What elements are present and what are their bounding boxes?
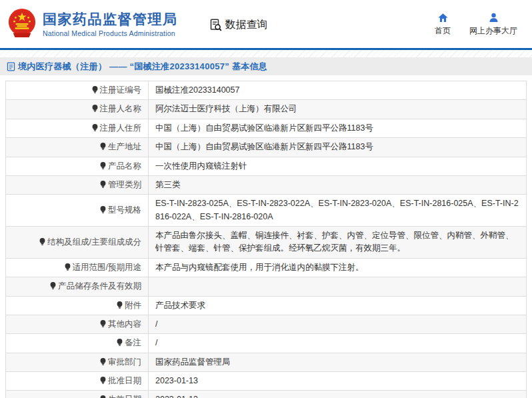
row-label: 注册人名称 bbox=[6, 100, 149, 119]
row-label-text: 注册证编号 bbox=[100, 85, 142, 95]
breadcrumb-text: 境内医疗器械（注册） —— “国械注准20233140057” 基本信息 bbox=[18, 61, 267, 73]
note-icon bbox=[99, 395, 107, 398]
note-icon bbox=[99, 161, 107, 170]
row-label-text: 生产地址 bbox=[108, 142, 141, 151]
row-value: ES-T-IN-2823-025A、ES-T-IN-2823-022A、ES-T… bbox=[149, 195, 527, 227]
row-label: 管理类别 bbox=[6, 175, 149, 194]
row-label: 注册证编号 bbox=[6, 81, 149, 100]
row-label: 结构及组成/主要组成成分 bbox=[6, 227, 149, 259]
row-value: 中国（上海）自由贸易试验区临港新片区新四平公路1183号 bbox=[149, 119, 527, 137]
note-icon bbox=[116, 301, 123, 309]
row-label: 适用范围/预期用途 bbox=[6, 258, 149, 277]
note-icon bbox=[91, 104, 99, 113]
table-row: 注册证编号 国械注准20233140057 bbox=[6, 81, 527, 100]
note-icon bbox=[116, 338, 123, 347]
row-label: 批准日期 bbox=[6, 372, 149, 391]
person-icon bbox=[488, 12, 499, 23]
row-value: 阿尔法迈士医疗科技（上海）有限公司 bbox=[149, 100, 527, 119]
note-icon bbox=[49, 281, 57, 290]
table-row: 注册人住所 中国（上海）自由贸易试验区临港新片区新四平公路1183号 bbox=[6, 119, 527, 137]
site-title: 国家药品监督管理局 bbox=[43, 11, 178, 27]
note-icon bbox=[99, 376, 107, 385]
data-query-label: 数据查询 bbox=[225, 18, 268, 32]
row-label-text: 产品储存条件及有效期 bbox=[58, 281, 141, 291]
nav-item-service-hall[interactable]: 网上办事大厅 bbox=[469, 12, 517, 37]
row-value: 国家药品监督管理局 bbox=[149, 353, 527, 371]
row-label: 产品名称 bbox=[6, 157, 149, 175]
note-icon bbox=[91, 123, 99, 132]
row-value: 第三类 bbox=[149, 175, 527, 194]
header-nav: 首页 网上办事大厅 bbox=[435, 12, 517, 37]
table-row: 产品名称 一次性使用内窥镜注射针 bbox=[6, 157, 527, 175]
row-value: 中国（上海）自由贸易试验区临港新片区新四平公路1183号 bbox=[149, 138, 527, 157]
table-row: 管理类别 第三类 bbox=[6, 175, 527, 194]
row-value: 2023-01-13 bbox=[149, 372, 527, 391]
data-query-icon bbox=[209, 18, 223, 32]
row-value: 本产品由鲁尔接头、盖帽、铜连接件、衬套、护套、内管、定位导管、限位管、内鞘管、外… bbox=[149, 227, 527, 259]
data-query-nav[interactable]: 数据查询 bbox=[209, 18, 268, 32]
table-row: 注册人名称 阿尔法迈士医疗科技（上海）有限公司 bbox=[6, 100, 527, 119]
row-label-text: 适用范围/预期用途 bbox=[73, 263, 141, 272]
row-value: / bbox=[149, 334, 527, 353]
note-icon bbox=[99, 357, 107, 366]
row-label: 产品储存条件及有效期 bbox=[6, 277, 149, 296]
row-label-text: 备注 bbox=[125, 338, 141, 347]
registration-info-table: 注册证编号 国械注准20233140057 注册人名称 阿尔法迈士医疗科技（上海… bbox=[5, 81, 527, 398]
table-row: 批准日期 2023-01-13 bbox=[6, 372, 527, 391]
row-label: 生效日期 bbox=[6, 391, 149, 398]
row-label-text: 生效日期 bbox=[108, 395, 141, 398]
row-label-text: 其他内容 bbox=[108, 319, 141, 329]
site-header: 国家药品监督管理局 National Medical Products Admi… bbox=[0, 0, 532, 48]
national-emblem-logo bbox=[7, 7, 37, 41]
note-icon bbox=[91, 85, 99, 94]
row-label: 型号规格 bbox=[6, 195, 149, 227]
row-label-text: 附件 bbox=[125, 301, 141, 310]
table-row: 结构及组成/主要组成成分 本产品由鲁尔接头、盖帽、铜连接件、衬套、护套、内管、定… bbox=[6, 227, 527, 259]
row-label-text: 注册人住所 bbox=[100, 123, 142, 133]
note-icon bbox=[99, 180, 107, 189]
nav-item-service-hall-label: 网上办事大厅 bbox=[469, 25, 517, 37]
row-value: 2023-01-13 bbox=[149, 391, 527, 398]
table-row: 生效日期 2023-01-13 bbox=[6, 391, 527, 398]
table-row: 适用范围/预期用途 本产品与内窥镜配套使用，用于消化道内的黏膜下注射。 bbox=[6, 258, 527, 277]
row-label-text: 管理类别 bbox=[108, 180, 141, 189]
document-icon bbox=[7, 62, 15, 71]
row-value: 一次性使用内窥镜注射针 bbox=[149, 157, 527, 175]
note-icon bbox=[99, 142, 107, 151]
note-icon bbox=[39, 237, 46, 246]
row-value: / bbox=[149, 315, 527, 333]
row-value: 国械注准20233140057 bbox=[149, 81, 527, 100]
row-value: 本产品与内窥镜配套使用，用于消化道内的黏膜下注射。 bbox=[149, 258, 527, 277]
row-label-text: 批准日期 bbox=[108, 376, 141, 385]
row-label: 其他内容 bbox=[6, 315, 149, 333]
row-label: 审批部门 bbox=[6, 353, 149, 371]
row-label-text: 结构及组成/主要组成成分 bbox=[47, 237, 141, 247]
row-label: 生产地址 bbox=[6, 138, 149, 157]
row-label: 附件 bbox=[6, 296, 149, 315]
note-icon bbox=[99, 319, 107, 328]
row-value bbox=[149, 277, 527, 296]
row-label-text: 审批部门 bbox=[108, 357, 141, 367]
nav-item-home[interactable]: 首页 bbox=[435, 12, 451, 37]
site-title-block: 国家药品监督管理局 National Medical Products Admi… bbox=[43, 11, 178, 37]
breadcrumb: 境内医疗器械（注册） —— “国械注准20233140057” 基本信息 bbox=[0, 57, 532, 75]
site-subtitle: National Medical Products Administration bbox=[43, 29, 178, 37]
row-label-text: 型号规格 bbox=[108, 205, 141, 215]
table-row: 备注 / bbox=[6, 334, 527, 353]
table-row: 审批部门 国家药品监督管理局 bbox=[6, 353, 527, 371]
row-label: 注册人住所 bbox=[6, 119, 149, 137]
table-row: 其他内容 / bbox=[6, 315, 527, 333]
registration-info-section: 注册证编号 国械注准20233140057 注册人名称 阿尔法迈士医疗科技（上海… bbox=[5, 81, 527, 398]
note-icon bbox=[99, 205, 107, 214]
table-row: 生产地址 中国（上海）自由贸易试验区临港新片区新四平公路1183号 bbox=[6, 138, 527, 157]
row-label-text: 注册人名称 bbox=[100, 104, 142, 113]
hatch-strip bbox=[0, 50, 532, 57]
row-label-text: 产品名称 bbox=[108, 161, 141, 171]
nav-item-home-label: 首页 bbox=[435, 25, 451, 37]
row-label: 备注 bbox=[6, 334, 149, 353]
table-row: 附件 产品技术要求 bbox=[6, 296, 527, 315]
table-row: 产品储存条件及有效期 bbox=[6, 277, 527, 296]
row-value: 产品技术要求 bbox=[149, 296, 527, 315]
table-row: 型号规格 ES-T-IN-2823-025A、ES-T-IN-2823-022A… bbox=[6, 195, 527, 227]
note-icon bbox=[64, 263, 71, 271]
